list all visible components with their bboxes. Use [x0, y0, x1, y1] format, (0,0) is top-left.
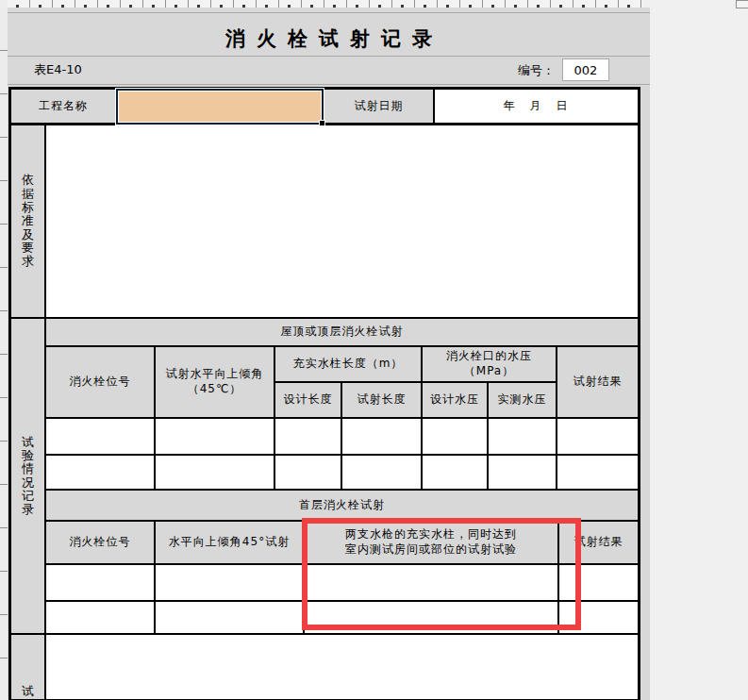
roof-col-result: 试射结果 — [557, 346, 639, 418]
serial-number-cell[interactable]: 002 — [562, 58, 609, 81]
roof-col-angle: 试射水平向上倾角 （45℃） — [155, 346, 274, 418]
page-title: 消火栓试射记录 — [8, 25, 650, 52]
bottom-content-cell[interactable] — [45, 634, 639, 700]
empty-cell[interactable] — [341, 455, 422, 490]
empty-cell[interactable] — [558, 601, 639, 634]
record-section-label: 试验情况记录 — [10, 318, 45, 634]
ff-col-position: 消火栓位号 — [45, 521, 155, 564]
empty-cell[interactable] — [155, 455, 274, 490]
empty-cell[interactable] — [488, 455, 557, 490]
empty-cell[interactable] — [341, 418, 422, 455]
ff-col-result: 试射结果 — [558, 521, 639, 564]
gridline — [8, 56, 650, 57]
empty-cell[interactable] — [45, 564, 155, 601]
empty-cell[interactable] — [304, 564, 558, 601]
gridline — [8, 12, 650, 13]
empty-cell[interactable] — [274, 455, 341, 490]
empty-cell[interactable] — [488, 418, 557, 455]
empty-cell[interactable] — [45, 455, 155, 490]
basis-content-cell[interactable] — [45, 125, 639, 318]
empty-cell[interactable] — [558, 564, 639, 601]
empty-cell[interactable] — [422, 418, 488, 455]
gridline — [8, 84, 650, 85]
roof-col-jet-test: 试射长度 — [341, 382, 422, 418]
fill-handle[interactable] — [319, 120, 325, 126]
basis-section-label: 依据标准及要求 — [10, 125, 45, 318]
empty-cell[interactable] — [274, 418, 341, 455]
project-name-label: 工程名称 — [10, 89, 116, 125]
empty-cell[interactable] — [155, 601, 304, 634]
ff-col-jet: 两支水枪的充实水柱，同时达到 室内测试房间或部位的试射试验 — [304, 521, 558, 564]
roof-col-pressure-design: 设计水压 — [422, 382, 488, 418]
roof-col-jet-group: 充实水柱长度（m） — [274, 346, 422, 382]
empty-cell[interactable] — [557, 418, 639, 455]
roof-col-position: 消火栓位号 — [45, 346, 155, 418]
empty-cell[interactable] — [155, 564, 304, 601]
empty-cell[interactable] — [155, 418, 274, 455]
project-name-input-cell[interactable] — [116, 89, 324, 125]
spreadsheet-viewport: 消火栓试射记录 表E4-10 编号： 002 工程名称 试射日期 年 月 日 依… — [0, 0, 748, 700]
column-header-strip-end[interactable] — [736, 0, 748, 8]
empty-cell[interactable] — [422, 455, 488, 490]
roof-test-title: 屋顶或顶层消火栓试射 — [45, 318, 639, 346]
roof-col-pressure-actual: 实测水压 — [488, 382, 557, 418]
test-date-value-cell[interactable]: 年 月 日 — [434, 89, 639, 125]
roof-col-jet-design: 设计长度 — [274, 382, 341, 418]
empty-cell[interactable] — [45, 601, 155, 634]
roof-col-pressure-group: 消火栓口的水压（MPa） — [422, 346, 557, 382]
form-code-label: 表E4-10 — [34, 61, 82, 78]
first-floor-test-title: 首层消火栓试射 — [45, 490, 639, 521]
bottom-section-label: 试 — [10, 634, 45, 700]
empty-cell[interactable] — [45, 418, 155, 455]
empty-cell[interactable] — [304, 601, 558, 634]
serial-number-label: 编号： — [518, 62, 555, 79]
ff-col-angle: 水平向上倾角45°试射 — [155, 521, 304, 564]
test-date-label: 试射日期 — [324, 89, 434, 125]
empty-cell[interactable] — [557, 455, 639, 490]
